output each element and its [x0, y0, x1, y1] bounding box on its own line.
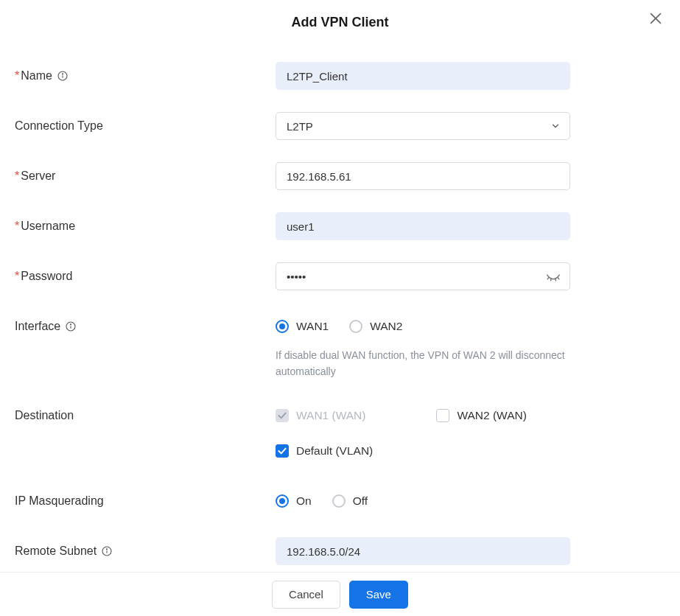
svg-point-14 [107, 549, 108, 550]
svg-point-4 [62, 74, 63, 74]
required-marker: * [15, 212, 19, 240]
radio-label: Off [353, 487, 368, 515]
remote-subnet-input[interactable] [276, 537, 570, 565]
password-label: Password [21, 262, 72, 290]
svg-line-7 [555, 279, 556, 280]
cancel-button[interactable]: Cancel [272, 581, 340, 609]
required-marker: * [15, 62, 19, 90]
destination-label: Destination [15, 402, 74, 430]
destination-default-checkbox[interactable]: Default (VLAN) [276, 437, 373, 465]
radio-label: WAN1 [296, 312, 329, 340]
modal-footer: Cancel Save [0, 572, 680, 616]
username-label: Username [21, 212, 75, 240]
svg-point-11 [71, 324, 71, 325]
svg-line-6 [551, 279, 552, 280]
save-button[interactable]: Save [349, 581, 408, 609]
checkbox-icon [276, 409, 289, 422]
destination-wan1-checkbox: WAN1 (WAN) [276, 402, 365, 430]
modal-title: Add VPN Client [0, 15, 680, 30]
svg-line-8 [558, 278, 558, 279]
required-marker: * [15, 262, 19, 290]
checkbox-label: Default (VLAN) [296, 437, 373, 465]
radio-icon [332, 494, 346, 508]
interface-wan1-radio[interactable]: WAN1 [276, 312, 329, 340]
close-icon[interactable] [648, 10, 664, 27]
checkbox-icon [276, 444, 289, 458]
connection-type-value: L2TP [287, 120, 313, 133]
info-icon[interactable] [101, 545, 113, 557]
server-label: Server [21, 162, 55, 190]
modal-body: * Name Connection Type L2TP [0, 52, 680, 572]
required-marker: * [15, 162, 19, 190]
modal-header: Add VPN Client [0, 0, 680, 38]
radio-label: WAN2 [370, 312, 402, 340]
connection-type-label: Connection Type [15, 112, 103, 140]
radio-icon [276, 494, 289, 508]
server-input[interactable] [276, 162, 570, 190]
destination-wan2-checkbox[interactable]: WAN2 (WAN) [436, 402, 526, 430]
chevron-down-icon [550, 121, 561, 131]
info-icon[interactable] [57, 70, 69, 82]
checkbox-label: WAN1 (WAN) [296, 402, 365, 430]
interface-wan2-radio[interactable]: WAN2 [349, 312, 402, 340]
password-input[interactable] [276, 262, 570, 290]
remote-subnet-label: Remote Subnet [15, 537, 97, 565]
ip-masq-label: IP Masquerading [15, 487, 104, 515]
radio-icon [349, 320, 362, 333]
ip-masq-off-radio[interactable]: Off [332, 487, 368, 515]
interface-hint: If disable dual WAN function, the VPN of… [276, 348, 607, 379]
username-input[interactable] [276, 212, 570, 240]
checkbox-label: WAN2 (WAN) [457, 402, 526, 430]
radio-label: On [296, 487, 312, 515]
ip-masq-on-radio[interactable]: On [276, 487, 312, 515]
eye-closed-icon[interactable] [545, 268, 561, 284]
checkbox-icon [436, 409, 449, 422]
name-label: Name [21, 62, 52, 90]
name-input[interactable] [276, 62, 570, 90]
interface-label: Interface [15, 312, 60, 340]
add-vpn-client-modal: Add VPN Client * Name Connection Typ [0, 0, 680, 616]
radio-icon [276, 320, 289, 333]
info-icon[interactable] [65, 321, 77, 332]
svg-line-5 [547, 278, 548, 279]
connection-type-select[interactable]: L2TP [276, 112, 570, 140]
